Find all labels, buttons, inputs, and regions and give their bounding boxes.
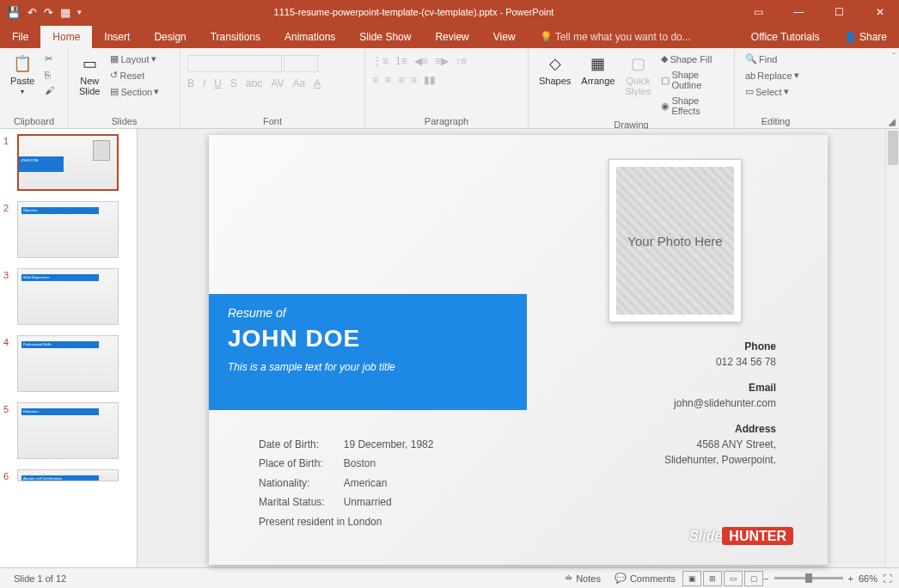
section-button[interactable]: ▤ Section ▾ [107, 84, 162, 99]
layout-button[interactable]: ▦ Layout ▾ [107, 52, 162, 66]
tab-view[interactable]: View [481, 26, 528, 48]
notes-button[interactable]: ≐ Notes [558, 573, 608, 584]
justify-icon[interactable]: ≡ [411, 74, 417, 86]
qat-more-icon[interactable]: ▾ [77, 8, 82, 16]
vertical-scrollbar[interactable] [885, 129, 899, 567]
tab-animations[interactable]: Animations [272, 26, 347, 48]
group-drawing: Drawing [535, 118, 727, 130]
cut-icon[interactable]: ✂ [41, 52, 58, 66]
office-tutorials[interactable]: Office Tutorials [739, 26, 832, 48]
align-left-icon[interactable]: ≡ [372, 74, 378, 86]
indent-dec-icon[interactable]: ◀≡ [414, 55, 428, 67]
maximize-icon[interactable]: ☐ [820, 0, 859, 24]
comments-button[interactable]: 💬 Comments [608, 573, 682, 584]
quick-access-toolbar: 💾 ↶ ↷ ▦ ▾ [0, 6, 89, 19]
underline-icon[interactable]: U [214, 77, 222, 89]
slide-counter[interactable]: Slide 1 of 12 [7, 573, 73, 584]
sorter-view-icon[interactable]: ⊞ [703, 571, 722, 586]
resume-of-label: Resume of [228, 306, 508, 320]
slideshow-view-icon[interactable]: ▢ [744, 571, 763, 586]
fit-window-icon[interactable]: ⛶ [883, 573, 892, 584]
numbering-icon[interactable]: 1≡ [395, 55, 407, 67]
shapes-button[interactable]: ◇Shapes [535, 52, 574, 88]
ribbon-options-icon[interactable]: ▭ [739, 0, 778, 24]
group-paragraph: Paragraph [372, 114, 521, 126]
window-title: 1115-resume-powerpoint-template-(cv-temp… [89, 7, 739, 17]
tell-me[interactable]: 💡 Tell me what you want to do... [528, 26, 703, 48]
strike-icon[interactable]: S [230, 77, 237, 89]
new-slide-button[interactable]: ▭New Slide [76, 52, 103, 98]
zoom-slider[interactable] [774, 577, 843, 579]
collapse-ribbon-icon[interactable]: ˆ [892, 52, 896, 62]
thumbnail-1[interactable]: JOHN DOE [17, 134, 119, 191]
name-text: JOHN DOE [228, 325, 508, 352]
close-icon[interactable]: ✕ [860, 0, 899, 24]
save-icon[interactable]: 💾 [7, 6, 21, 19]
contact-info[interactable]: Phone 012 34 56 78 Email john@slidehunte… [664, 328, 776, 468]
spacing-icon[interactable]: AV [271, 77, 284, 89]
menu-bar: File Home Insert Design Transitions Anim… [0, 24, 899, 48]
bullets-icon[interactable]: ⋮≡ [372, 55, 388, 67]
reading-view-icon[interactable]: ▭ [724, 571, 743, 586]
align-center-icon[interactable]: ≡ [385, 74, 391, 86]
group-slides: Slides [76, 114, 173, 126]
quick-styles-button[interactable]: ▢Quick Styles [621, 52, 654, 98]
select-button[interactable]: ▭ Select ▾ [742, 84, 803, 99]
group-clipboard: Clipboard [7, 114, 61, 126]
align-right-icon[interactable]: ≡ [398, 74, 404, 86]
indent-inc-icon[interactable]: ≡▶ [435, 55, 449, 67]
workspace: 1 JOHN DOE 2 Objective 3 Work Experience… [0, 129, 899, 567]
tab-review[interactable]: Review [423, 26, 480, 48]
tab-transitions[interactable]: Transitions [199, 26, 272, 48]
shape-fill-button[interactable]: ◆ Shape Fill [657, 52, 727, 66]
zoom-in-icon[interactable]: + [848, 573, 853, 584]
tab-insert[interactable]: Insert [92, 26, 142, 48]
redo-icon[interactable]: ↷ [44, 6, 53, 19]
thumbnail-5[interactable]: Education [17, 402, 119, 459]
slidehunter-logo: SlideHUNTER [689, 529, 793, 544]
italic-icon[interactable]: I [203, 77, 205, 89]
columns-icon[interactable]: ▮▮ [424, 74, 436, 86]
shape-outline-button[interactable]: ▢ Shape Outline [657, 68, 727, 92]
tab-design[interactable]: Design [142, 26, 198, 48]
reset-button[interactable]: ↺ Reset [107, 68, 162, 83]
title-bar: 💾 ↶ ↷ ▦ ▾ 1115-resume-powerpoint-templat… [0, 0, 899, 24]
find-button[interactable]: 🔍 Find [742, 52, 803, 66]
font-color-icon[interactable]: A [314, 77, 321, 89]
personal-details[interactable]: Date of Birth:19 December, 1982 Place of… [257, 434, 452, 532]
thumbnail-6[interactable]: Awards and Certifications [17, 469, 119, 481]
slide-canvas[interactable]: Your Photo Here Resume of JOHN DOE This … [209, 135, 828, 565]
arrange-button[interactable]: ▦Arrange [578, 52, 618, 88]
start-from-beginning-icon[interactable]: ▦ [60, 6, 70, 19]
thumbnail-4[interactable]: Professional Skills [17, 335, 119, 392]
thumbnail-3[interactable]: Work Experience [17, 268, 119, 325]
slide-editor[interactable]: Your Photo Here Resume of JOHN DOE This … [138, 129, 899, 567]
tab-slideshow[interactable]: Slide Show [347, 26, 423, 48]
photo-placeholder[interactable]: Your Photo Here [609, 159, 742, 322]
tab-home[interactable]: Home [40, 26, 92, 48]
group-editing: Editing [742, 114, 810, 126]
status-bar: Slide 1 of 12 ≐ Notes 💬 Comments ▣ ⊞ ▭ ▢… [0, 567, 899, 588]
zoom-out-icon[interactable]: − [763, 573, 768, 584]
ribbon: 📋Paste▾ ✂ ⎘ 🖌 Clipboard ◢ ▭New Slide ▦ L… [0, 48, 899, 129]
undo-icon[interactable]: ↶ [28, 6, 37, 19]
subtitle-text: This is a sample text for your job title [228, 361, 508, 373]
case-icon[interactable]: Aa [293, 77, 306, 89]
slide-thumbnails[interactable]: 1 JOHN DOE 2 Objective 3 Work Experience… [0, 129, 138, 567]
paste-button[interactable]: 📋Paste▾ [7, 52, 38, 97]
copy-icon[interactable]: ⎘ [41, 68, 58, 82]
share-button[interactable]: 👤 Share [832, 26, 899, 48]
drawing-expand-icon[interactable]: ◢ [889, 117, 896, 126]
line-spacing-icon[interactable]: ↕≡ [456, 55, 467, 67]
shadow-icon[interactable]: abc [246, 77, 262, 89]
minimize-icon[interactable]: — [780, 0, 818, 24]
normal-view-icon[interactable]: ▣ [682, 571, 701, 586]
tab-file[interactable]: File [0, 26, 40, 48]
title-box[interactable]: Resume of JOHN DOE This is a sample text… [209, 294, 527, 410]
thumbnail-2[interactable]: Objective [17, 201, 119, 258]
format-painter-icon[interactable]: 🖌 [41, 83, 58, 97]
shape-effects-button[interactable]: ◉ Shape Effects [657, 94, 727, 118]
replace-button[interactable]: ab Replace ▾ [742, 68, 803, 83]
zoom-level[interactable]: 66% [859, 573, 878, 584]
bold-icon[interactable]: B [187, 77, 194, 89]
